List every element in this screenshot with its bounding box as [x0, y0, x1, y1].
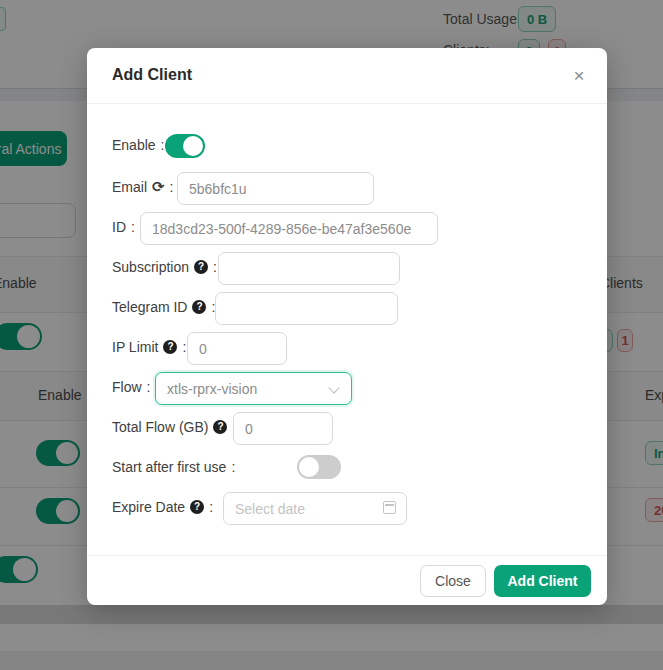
refresh-icon[interactable]: ⟳: [152, 178, 165, 196]
flow-select[interactable]: xtls-rprx-vision: [155, 372, 352, 405]
close-button[interactable]: Close: [420, 565, 486, 597]
question-icon: ?: [163, 340, 177, 354]
expire-date-label: Expire Date ?: [112, 499, 213, 515]
subscription-input[interactable]: [218, 252, 400, 285]
id-input[interactable]: [140, 212, 438, 245]
total-flow-label-text: Total Flow (GB): [112, 419, 208, 435]
ip-limit-label-text: IP Limit: [112, 339, 158, 355]
expire-date-picker[interactable]: [223, 492, 407, 525]
start-after-first-use-label: Start after first use: [112, 459, 235, 475]
expire-date-label-text: Expire Date: [112, 499, 185, 515]
add-client-button[interactable]: Add Client: [494, 565, 591, 597]
email-label-text: Email: [112, 179, 147, 195]
enable-label: Enable: [112, 137, 164, 153]
question-icon: ?: [192, 300, 206, 314]
app-screen: Total Usage: 0 B Clients: 2 1 General Ac…: [0, 0, 663, 670]
footer-divider: [87, 555, 607, 556]
total-flow-input[interactable]: [233, 412, 333, 445]
telegram-id-label-text: Telegram ID: [112, 299, 187, 315]
modal-title: Add Client: [112, 66, 192, 84]
flow-label-text: Flow: [112, 379, 142, 395]
total-flow-label: Total Flow (GB) ?: [112, 419, 236, 435]
email-input[interactable]: [177, 172, 374, 205]
flow-select-value: xtls-rprx-vision: [167, 381, 257, 397]
enable-toggle[interactable]: [165, 134, 205, 158]
subscription-label: Subscription ?: [112, 259, 217, 275]
telegram-id-label: Telegram ID ?: [112, 299, 215, 315]
question-icon: ?: [190, 500, 204, 514]
add-client-modal: Add Client × Enable Email ⟳ ID Subscript…: [87, 48, 607, 605]
expire-date-input[interactable]: [223, 492, 407, 525]
enable-label-text: Enable: [112, 137, 156, 153]
ip-limit-input[interactable]: [187, 332, 287, 365]
subscription-label-text: Subscription: [112, 259, 189, 275]
chevron-down-icon: [328, 382, 339, 393]
header-divider: [87, 103, 607, 104]
ip-limit-label: IP Limit ?: [112, 339, 186, 355]
toggle-knob: [183, 136, 203, 156]
id-label: ID: [112, 219, 135, 235]
start-after-first-use-toggle[interactable]: [297, 455, 341, 479]
start-after-first-use-label-text: Start after first use: [112, 459, 226, 475]
toggle-knob: [299, 457, 319, 477]
calendar-icon: [383, 501, 396, 514]
flow-label: Flow: [112, 379, 150, 395]
question-icon: ?: [213, 420, 227, 434]
question-icon: ?: [194, 260, 208, 274]
close-icon[interactable]: ×: [565, 62, 593, 90]
id-label-text: ID: [112, 219, 126, 235]
email-label: Email ⟳: [112, 178, 173, 196]
telegram-id-input[interactable]: [215, 292, 398, 325]
